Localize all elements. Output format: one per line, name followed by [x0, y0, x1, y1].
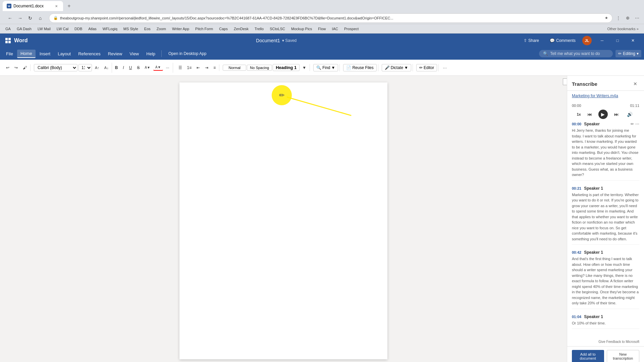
search-box[interactable]: 🔍 Tell me what you want to do — [539, 50, 613, 57]
indent-increase-btn[interactable]: ⇥ — [203, 64, 210, 71]
bookmark-flow[interactable]: Flow — [315, 26, 328, 32]
dictate-btn[interactable]: 🎤 Dictate ▼ — [382, 64, 411, 71]
bookmark-atlas[interactable]: Atlas — [86, 26, 99, 32]
align-btn[interactable]: ≡ — [211, 64, 218, 71]
skip-back-btn[interactable]: ⏮ — [585, 110, 594, 119]
increase-font-btn[interactable]: A↑ — [93, 65, 101, 71]
open-desktop-btn[interactable]: Open in Desktop App — [164, 50, 210, 57]
bookmark-lw-cal[interactable]: LW Cal — [54, 26, 71, 32]
menu-file[interactable]: File — [3, 50, 16, 58]
menu-view[interactable]: View — [126, 50, 142, 58]
indent-decrease-btn[interactable]: ⇤ — [195, 64, 202, 71]
style-no-spacing[interactable]: No Spacing — [247, 65, 272, 71]
comments-btn[interactable]: 💬 Comments — [546, 37, 580, 44]
redo-btn[interactable]: ↪ — [12, 64, 20, 71]
bold-btn[interactable]: B — [113, 64, 120, 71]
style-normal[interactable]: Normal — [223, 65, 246, 71]
user-avatar[interactable]: JL — [582, 36, 592, 45]
new-tab-btn[interactable]: + — [64, 1, 74, 11]
italic-btn[interactable]: I — [121, 64, 126, 71]
panel-file-link[interactable]: Marketing for Writers.m4a — [567, 91, 644, 101]
menu-home[interactable]: Home — [17, 50, 36, 58]
browser-tab[interactable]: W Document1.docx ✕ — [3, 1, 63, 11]
bookmark-iac[interactable]: IAC — [329, 26, 341, 32]
menu-references[interactable]: References — [75, 50, 104, 58]
entry-time-2[interactable]: 00:42 — [572, 250, 581, 254]
bookmark-pitch-form[interactable]: Pitch Form — [193, 26, 216, 32]
bookmark-sctolsc[interactable]: SCtoLSC — [267, 26, 288, 32]
back-btn[interactable]: ← — [5, 13, 15, 23]
more-actions-btn[interactable]: ⋯ — [633, 14, 641, 22]
ribbon-more-btn[interactable]: ··· — [441, 64, 449, 71]
bookmark-ga[interactable]: GA — [3, 26, 13, 32]
bookmark-ga-label: GA — [5, 27, 11, 31]
undo-btn[interactable]: ↩ — [4, 64, 11, 71]
address-bar[interactable]: 🔒 theaboutgroup-my.sharepoint.com/r/pers… — [49, 13, 612, 23]
doc-area[interactable]: ✏ — [0, 76, 567, 362]
font-family-selector[interactable]: Calibri (Body) — [34, 64, 77, 71]
styles-more-btn[interactable]: ▼ — [300, 64, 308, 71]
bookmark-ms-style[interactable]: MS Style — [121, 26, 141, 32]
font-size-selector[interactable]: 11 — [78, 64, 92, 71]
bookmark-caps[interactable]: Caps — [216, 26, 230, 32]
bookmark-zoom[interactable]: Zoom — [154, 26, 169, 32]
numbering-btn[interactable]: 1≡ — [185, 64, 194, 71]
bookmark-prospect[interactable]: Prospect — [341, 26, 361, 32]
more-font-btn[interactable]: ··· — [164, 64, 171, 71]
find-btn[interactable]: 🔍 Find ▼ — [313, 64, 338, 71]
menu-insert[interactable]: Insert — [36, 50, 54, 58]
feedback-link[interactable]: Give Feedback to Microsoft — [567, 339, 644, 346]
strikethrough-btn[interactable]: S — [135, 64, 142, 71]
entry-edit-0[interactable]: ✏ — [631, 122, 634, 126]
skip-forward-btn[interactable]: ⏭ — [612, 110, 621, 119]
forward-btn[interactable]: → — [15, 13, 25, 23]
decrease-font-btn[interactable]: A↓ — [102, 65, 111, 71]
share-btn[interactable]: ⇧ Share — [520, 37, 543, 44]
menu-layout[interactable]: Layout — [54, 50, 74, 58]
bookmark-ga-dash[interactable]: GA Dash — [14, 26, 34, 32]
reload-btn[interactable]: ↻ — [25, 13, 35, 23]
panel-close-btn[interactable]: ✕ — [631, 80, 639, 88]
entry-time-0[interactable]: 00:00 — [572, 122, 581, 126]
tab-close-btn[interactable]: ✕ — [54, 3, 59, 9]
volume-btn[interactable]: 🔊 — [625, 110, 635, 119]
bookmark-ddb[interactable]: DDB — [72, 26, 85, 32]
maximize-btn[interactable]: □ — [610, 35, 625, 46]
bookmark-zendesk[interactable]: ZenDesk — [231, 26, 251, 32]
bookmark-wflogiq[interactable]: WFLogiq — [100, 26, 120, 32]
bookmark-writer-app[interactable]: Writer App — [169, 26, 192, 32]
extensions-btn[interactable]: ⋮ — [614, 14, 623, 22]
doc-saved-status[interactable]: ▾ Saved — [282, 38, 297, 43]
style-heading1[interactable]: Heading 1 — [273, 64, 300, 71]
bullets-btn[interactable]: ☰ — [176, 64, 184, 71]
bookmark-eos[interactable]: Eos — [142, 26, 153, 32]
home-btn[interactable]: ⌂ — [36, 13, 45, 23]
highlight-color-btn[interactable]: A▼ — [143, 65, 152, 70]
font-color-btn[interactable]: A▼ — [153, 64, 163, 71]
close-btn[interactable]: ✕ — [625, 35, 641, 46]
entry-more-0[interactable]: ⋯ — [635, 122, 639, 126]
minimize-btn[interactable]: ─ — [594, 35, 610, 46]
format-painter-btn[interactable]: 🖌 — [21, 64, 29, 71]
doc-page[interactable] — [179, 82, 387, 359]
editing-btn[interactable]: ✏ Editing ▾ — [615, 50, 641, 57]
menu-help[interactable]: Help — [143, 50, 159, 58]
app-grid-btn[interactable] — [3, 36, 13, 45]
play-btn[interactable]: ▶ — [598, 110, 608, 119]
bookmarks-more-btn[interactable]: Other bookmarks » — [604, 26, 641, 32]
underline-btn[interactable]: U — [127, 64, 134, 71]
entry-time-3[interactable]: 01:04 — [572, 315, 581, 319]
reuse-files-btn[interactable]: 📄 Reuse Files — [343, 64, 376, 71]
bookmark-mockup-pics[interactable]: Mockup Pics — [288, 26, 315, 32]
new-transcription-btn[interactable]: New transcription — [607, 350, 640, 362]
pencil-icon: ✏ — [618, 51, 622, 56]
editor-btn[interactable]: ✏ Editor — [416, 64, 437, 71]
menu-review[interactable]: Review — [105, 50, 126, 58]
entry-text-0: Hi Jerry here, thanks for joining me tod… — [572, 128, 639, 178]
bookmark-trello[interactable]: Trello — [252, 26, 266, 32]
bookmark-lw-mail[interactable]: LW Mail — [35, 26, 53, 32]
speed-btn[interactable]: 1x — [577, 112, 581, 116]
bookmark-btn[interactable]: ⊕ — [623, 14, 632, 22]
add-all-to-doc-btn[interactable]: Add all to document — [572, 350, 604, 362]
entry-time-1[interactable]: 00:21 — [572, 186, 581, 190]
